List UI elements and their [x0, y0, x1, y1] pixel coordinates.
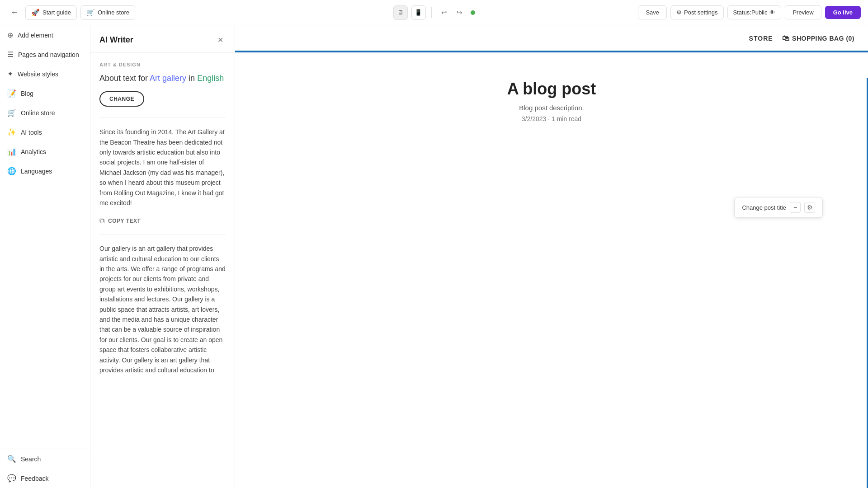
status-button[interactable]: Status:Public 👁 [727, 5, 782, 19]
desktop-icon: 🖥 [397, 9, 403, 16]
sidebar-item-ai-tools[interactable]: ✨ AI tools [0, 122, 90, 142]
ai-icon: ✨ [7, 128, 16, 136]
search-icon: 🔍 [7, 455, 16, 463]
sidebar-bottom: 🔍 Search 💬 Feedback [0, 449, 90, 488]
sidebar-item-label: Search [21, 455, 41, 463]
sidebar-item-pages-navigation[interactable]: ☰ Pages and navigation [0, 45, 90, 64]
gear-icon: ⚙ [807, 204, 813, 211]
main-layout: ⊕ Add element ☰ Pages and navigation ✦ W… [0, 25, 868, 488]
sidebar: ⊕ Add element ☰ Pages and navigation ✦ W… [0, 25, 90, 488]
preview-button[interactable]: Preview [785, 5, 821, 19]
desktop-view-button[interactable]: 🖥 [393, 5, 408, 20]
generated-text-2: Our gallery is an art gallery that provi… [99, 244, 226, 375]
analytics-icon: 📊 [7, 147, 16, 156]
sidebar-item-website-styles[interactable]: ✦ Website styles [0, 64, 90, 84]
sidebar-item-blog[interactable]: 📝 Blog [0, 84, 90, 103]
blog-icon: 📝 [7, 89, 16, 98]
topic-heading: About text for Art gallery in English [99, 73, 226, 84]
cart-link[interactable]: 🛍 SHOPPING BAG (0) [782, 34, 854, 42]
panel-header: AI Writer ✕ [90, 25, 235, 53]
copy-label: COPY TEXT [108, 218, 141, 224]
back-button[interactable]: ← [7, 5, 22, 20]
sidebar-item-search[interactable]: 🔍 Search [0, 449, 90, 469]
sidebar-item-label: Online store [21, 109, 55, 117]
back-icon: ← [10, 8, 19, 17]
tooltip-minus-button[interactable]: − [790, 202, 801, 213]
toolbar-divider [431, 7, 432, 18]
sidebar-item-add-element[interactable]: ⊕ Add element [0, 25, 90, 45]
panel-title: AI Writer [99, 35, 133, 45]
cart-toolbar-icon: 🛒 [86, 9, 95, 17]
copy-text-button[interactable]: ⧉ COPY TEXT [99, 217, 226, 225]
generated-text-1: Since its founding in 2014, The Art Gall… [99, 127, 226, 208]
store-icon: 🛒 [7, 108, 16, 117]
topic-mid: in [186, 74, 197, 83]
languages-icon: 🌐 [7, 167, 16, 175]
golive-button[interactable]: Go live [825, 6, 861, 19]
mobile-icon: 📱 [415, 9, 422, 16]
undo-icon: ↩ [441, 9, 447, 17]
feedback-icon: 💬 [7, 474, 16, 483]
category-label: ART & DESIGN [99, 62, 226, 67]
eye-icon: 👁 [769, 9, 775, 16]
online-store-label: Online store [98, 9, 129, 16]
sidebar-item-label: Website styles [18, 70, 58, 78]
redo-button[interactable]: ↪ [453, 5, 467, 20]
section-divider-2 [99, 234, 226, 235]
sidebar-item-online-store[interactable]: 🛒 Online store [0, 103, 90, 122]
cart-icon: 🛍 [782, 34, 790, 42]
topic-prefix: About text for [99, 74, 150, 83]
copy-icon: ⧉ [99, 217, 104, 225]
minus-icon: − [793, 204, 797, 211]
blog-content: A blog post Blog post description. 3/2/2… [235, 52, 868, 488]
rocket-icon: 🚀 [31, 9, 40, 17]
sidebar-item-label: Pages and navigation [18, 51, 79, 58]
ai-writer-panel: AI Writer ✕ ART & DESIGN About text for … [90, 25, 235, 488]
sidebar-spacer [0, 181, 90, 449]
close-panel-button[interactable]: ✕ [215, 34, 226, 45]
undo-redo-group: ↩ ↪ [437, 5, 467, 20]
blog-meta: 3/2/2023 · 1 min read [522, 115, 581, 122]
add-icon: ⊕ [7, 31, 13, 39]
sidebar-item-label: Languages [21, 168, 52, 175]
store-header: STORE 🛍 SHOPPING BAG (0) [235, 25, 868, 52]
blog-title: A blog post [507, 80, 596, 99]
sidebar-item-label: AI tools [21, 129, 42, 136]
toolbar-right: Save ⚙ Post settings Status:Public 👁 Pre… [479, 5, 861, 19]
save-button[interactable]: Save [638, 5, 667, 19]
mobile-view-button[interactable]: 📱 [411, 5, 426, 20]
sidebar-item-label: Feedback [21, 475, 48, 482]
toolbar: ← 🚀 Start guide 🛒 Online store 🖥 📱 ↩ ↪ [0, 0, 868, 25]
section-divider [99, 117, 226, 118]
sidebar-item-feedback[interactable]: 💬 Feedback [0, 469, 90, 488]
sidebar-item-label: Analytics [21, 148, 46, 155]
selection-border [235, 51, 868, 52]
topic-highlight2: English [197, 74, 224, 83]
pages-icon: ☰ [7, 50, 14, 59]
sidebar-item-analytics[interactable]: 📊 Analytics [0, 142, 90, 161]
redo-icon: ↪ [457, 9, 462, 17]
tooltip-gear-button[interactable]: ⚙ [804, 202, 815, 213]
styles-icon: ✦ [7, 70, 13, 78]
online-store-button[interactable]: 🛒 Online store [80, 5, 135, 20]
topic-highlight1: Art gallery [150, 74, 186, 83]
undo-button[interactable]: ↩ [437, 5, 452, 20]
post-settings-button[interactable]: ⚙ Post settings [670, 5, 723, 19]
settings-icon: ⚙ [676, 9, 682, 16]
tooltip-text: Change post title [742, 204, 786, 211]
canvas-area: STORE 🛍 SHOPPING BAG (0) A blog post Blo… [235, 25, 868, 488]
toolbar-left: ← 🚀 Start guide 🛒 Online store [7, 5, 390, 20]
panel-content: ART & DESIGN About text for Art gallery … [90, 53, 235, 488]
change-button[interactable]: CHANGE [99, 91, 144, 107]
start-guide-button[interactable]: 🚀 Start guide [25, 5, 77, 20]
cart-label: SHOPPING BAG (0) [792, 35, 854, 42]
status-dot [471, 10, 475, 15]
store-link[interactable]: STORE [749, 35, 773, 42]
sidebar-item-label: Blog [21, 90, 33, 97]
blog-description: Blog post description. [519, 104, 584, 112]
change-post-title-tooltip: Change post title − ⚙ [734, 197, 823, 218]
start-guide-label: Start guide [42, 9, 71, 16]
sidebar-item-label: Add element [18, 32, 53, 39]
sidebar-item-languages[interactable]: 🌐 Languages [0, 161, 90, 181]
toolbar-center: 🖥 📱 ↩ ↪ [393, 5, 475, 20]
